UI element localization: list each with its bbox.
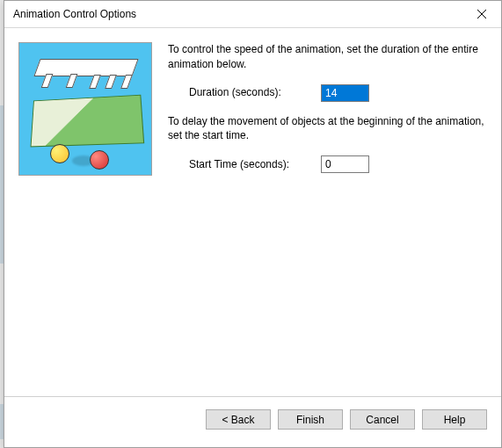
duration-input[interactable] bbox=[321, 84, 369, 102]
close-icon bbox=[477, 10, 486, 18]
duration-label: Duration (seconds): bbox=[189, 85, 321, 100]
delay-instruction: To delay the movement of objects at the … bbox=[168, 114, 487, 144]
window-title: Animation Control Options bbox=[13, 8, 462, 20]
duration-row: Duration (seconds): bbox=[168, 84, 487, 102]
finish-button[interactable]: Finish bbox=[278, 409, 343, 430]
help-button[interactable]: Help bbox=[422, 409, 487, 430]
preview-image bbox=[18, 42, 152, 176]
start-time-label: Start Time (seconds): bbox=[189, 157, 321, 172]
titlebar: Animation Control Options bbox=[4, 1, 501, 28]
form-pane: To control the speed of the animation, s… bbox=[152, 42, 487, 396]
content-area: To control the speed of the animation, s… bbox=[4, 28, 501, 396]
speed-instruction: To control the speed of the animation, s… bbox=[168, 42, 487, 72]
dialog-window: Animation Control Options To control the… bbox=[4, 0, 502, 448]
close-button[interactable] bbox=[462, 1, 501, 27]
start-time-row: Start Time (seconds): bbox=[168, 155, 487, 173]
button-bar: < Back Finish Cancel Help bbox=[4, 396, 501, 447]
cancel-button[interactable]: Cancel bbox=[350, 409, 415, 430]
back-button[interactable]: < Back bbox=[206, 409, 271, 430]
start-time-input[interactable] bbox=[321, 155, 369, 173]
